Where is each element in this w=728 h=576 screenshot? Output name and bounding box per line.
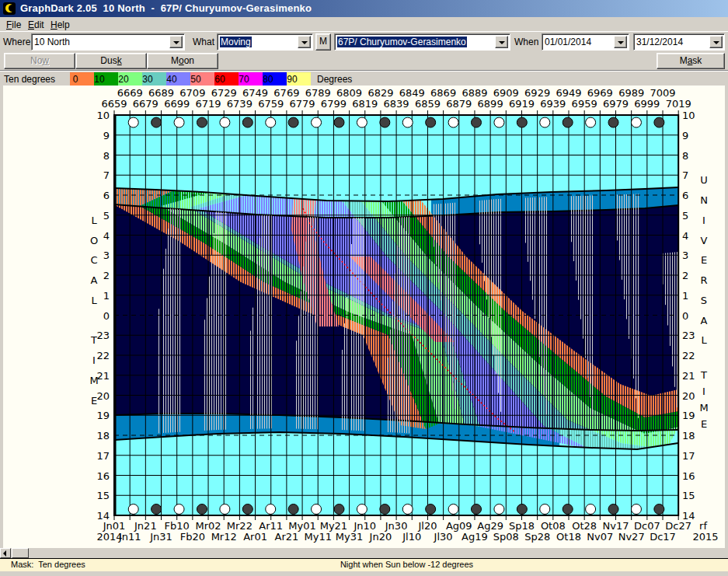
universal-time-letter: R (700, 274, 707, 286)
full-moon-icon (220, 117, 230, 127)
universal-time-letter: T (700, 369, 707, 381)
bottom-axis-label: Ar01 (243, 531, 267, 543)
full-moon-icon (402, 504, 413, 515)
bottom-axis-label: Dc27 (665, 520, 691, 532)
left-hour-label: 9 (103, 130, 110, 141)
new-moon-icon (152, 117, 162, 127)
dark-graph[interactable]: 6669668967096729674967696789680968296849… (0, 0, 728, 576)
universal-time-letter: S (701, 295, 707, 306)
new-moon-icon (334, 504, 344, 515)
bottom-axis-label: My11 (305, 531, 332, 543)
left-hour-label: 17 (96, 450, 110, 462)
local-time-letter: M (89, 375, 98, 386)
bottom-axis-label: Fb10 (165, 520, 190, 532)
top-axis-label: 6689 (148, 87, 174, 99)
scrollbar-left-arrow-icon[interactable] (0, 548, 11, 558)
top-axis-label: 6889 (462, 87, 487, 99)
new-moon-icon (563, 504, 573, 515)
universal-time-letter: I (702, 215, 705, 226)
full-moon-icon (174, 504, 184, 515)
new-moon-icon (517, 504, 527, 515)
new-moon-icon (197, 117, 207, 127)
top-axis-label: 6899 (478, 98, 503, 110)
top-axis-label: 6869 (430, 87, 456, 99)
top-axis-label: 6979 (603, 98, 629, 110)
bottom-axis-label: My31 (336, 531, 363, 543)
full-moon-icon (494, 117, 504, 127)
left-hour-label: 21 (96, 370, 110, 382)
left-hour-label: 4 (103, 230, 110, 242)
left-hour-label: 19 (96, 410, 110, 421)
universal-time-letter: N (700, 194, 708, 206)
bottom-axis-label: Ot18 (556, 531, 581, 543)
left-hour-label: 16 (96, 470, 110, 482)
top-axis-label: 6669 (117, 87, 143, 99)
new-moon-icon (152, 504, 162, 515)
bottom-axis-end-label: rf (699, 520, 707, 532)
right-hour-label: 20 (682, 390, 695, 402)
top-axis-label: 6969 (587, 87, 613, 99)
bottom-axis-label: Mr22 (227, 520, 253, 532)
top-axis-label: 6769 (273, 87, 299, 99)
full-moon-icon (312, 117, 322, 127)
right-hour-label: 3 (682, 250, 688, 261)
right-hour-label: 8 (682, 150, 688, 162)
status-night-text: Night when Sun below -12 degrees (132, 560, 681, 569)
top-axis-label: 6779 (290, 98, 315, 110)
bottom-axis-end-label: 2015 (692, 531, 718, 543)
bottom-axis-label: Ot08 (541, 520, 566, 532)
status-bar: Mask: Ten degrees Night when Sun below -… (0, 558, 728, 571)
bottom-axis-label: Jn11 (118, 531, 141, 543)
left-hour-label: 5 (103, 210, 110, 222)
new-moon-icon (563, 117, 573, 127)
bottom-axis-label: Nv07 (587, 531, 613, 543)
full-moon-icon (631, 504, 641, 515)
top-axis-label: 6839 (384, 98, 409, 110)
top-axis-label: 6849 (399, 87, 425, 99)
top-axis-label: 6799 (321, 98, 347, 110)
left-hour-label: 14 (96, 510, 110, 522)
full-moon-icon (540, 504, 550, 515)
left-hour-label: 22 (96, 350, 110, 361)
scrollbar-thumb[interactable] (12, 548, 29, 558)
top-axis-label: 6919 (509, 98, 535, 110)
bottom-axis-label: Ot28 (572, 520, 597, 532)
top-axis-label: 6999 (634, 98, 660, 110)
left-hour-label: 18 (96, 430, 110, 442)
top-axis-label: 6679 (133, 98, 158, 110)
right-hour-label: 4 (682, 230, 688, 242)
top-axis-label: 6819 (352, 98, 378, 110)
local-time-letter: L (91, 295, 97, 306)
left-hour-label: 8 (103, 150, 110, 162)
right-hour-label: 19 (682, 410, 695, 421)
bottom-axis-label: Sp08 (493, 531, 519, 543)
full-moon-icon (448, 117, 458, 127)
full-moon-icon (540, 117, 550, 127)
right-hour-label: 23 (682, 330, 695, 341)
top-axis-label: 6749 (242, 87, 268, 99)
local-time-letter: T (90, 334, 97, 346)
top-axis-label: 6829 (367, 87, 393, 99)
left-hour-label: 3 (103, 250, 110, 261)
left-hour-label: 15 (96, 490, 110, 501)
bottom-axis-label: Ar11 (259, 520, 283, 532)
left-hour-label: 0 (103, 310, 110, 322)
universal-time-letter: U (700, 174, 708, 186)
top-axis-label: 6989 (618, 87, 644, 99)
full-moon-icon (312, 504, 322, 515)
horizontal-scrollbar[interactable] (0, 548, 728, 558)
bottom-axis-label: My01 (288, 520, 315, 532)
bottom-axis-label: Jn01 (103, 520, 126, 532)
bottom-axis-label: Jn21 (134, 520, 157, 532)
local-time-letter: E (91, 395, 97, 407)
plot-area[interactable] (114, 115, 684, 515)
bottom-axis-label: Jl20 (417, 520, 437, 532)
universal-time-letter: V (701, 235, 708, 246)
right-hour-label: 18 (682, 430, 695, 442)
new-moon-icon (426, 504, 436, 515)
new-moon-icon (242, 504, 253, 515)
new-moon-icon (288, 117, 298, 127)
top-axis-label: 6809 (336, 87, 362, 99)
universal-time-letter: I (702, 386, 705, 397)
full-moon-icon (174, 117, 184, 127)
